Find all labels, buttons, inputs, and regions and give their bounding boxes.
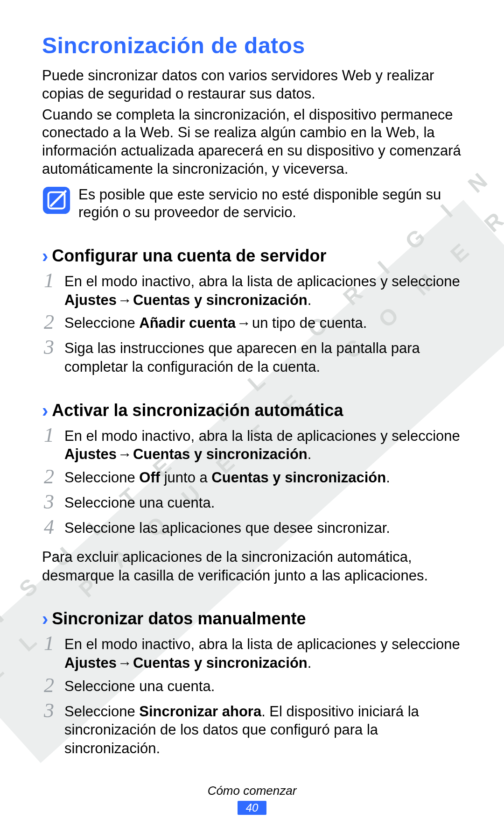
section-heading-configure: › Configurar una cuenta de servidor — [42, 246, 462, 266]
step-text: Siga las instrucciones que aparecen en l… — [64, 339, 462, 376]
step-number: 3 — [42, 337, 56, 358]
step-text: Seleccione Off junto a Cuentas y sincron… — [64, 468, 390, 487]
step-number: 2 — [42, 312, 56, 332]
section-heading-activate: › Activar la sincronización automática — [42, 401, 462, 420]
step-number: 2 — [42, 467, 56, 487]
chevron-right-icon: › — [42, 401, 48, 420]
step-number: 3 — [42, 700, 56, 721]
step: 3 Siga las instrucciones que aparecen en… — [42, 339, 462, 376]
step-number: 1 — [42, 425, 56, 445]
step-number: 2 — [42, 675, 56, 696]
footer: Cómo comenzar 40 — [0, 784, 504, 815]
step-text: En el modo inactivo, abra la lista de ap… — [64, 272, 462, 309]
step-text: Seleccione Sincronizar ahora. El disposi… — [64, 702, 462, 758]
step: 2 Seleccione Añadir cuenta → un tipo de … — [42, 314, 462, 334]
note-icon — [42, 186, 71, 215]
chevron-right-icon: › — [42, 247, 48, 265]
step-text: Seleccione una cuenta. — [64, 494, 215, 512]
step: 4 Seleccione las aplicaciones que desee … — [42, 519, 462, 539]
section-title: Activar la sincronización automática — [52, 401, 343, 420]
step-number: 1 — [42, 270, 56, 291]
step-number: 4 — [42, 517, 56, 537]
note-box: Es posible que este servicio no esté dis… — [42, 186, 462, 222]
step-text: En el modo inactivo, abra la lista de ap… — [64, 635, 462, 672]
page-title: Sincronización de datos — [42, 33, 462, 58]
footer-section-name: Cómo comenzar — [0, 784, 504, 798]
step: 1 En el modo inactivo, abra la lista de … — [42, 272, 462, 309]
step: 1 En el modo inactivo, abra la lista de … — [42, 427, 462, 464]
step: 2 Seleccione Off junto a Cuentas y sincr… — [42, 468, 462, 489]
section-title: Configurar una cuenta de servidor — [52, 246, 326, 266]
section-title: Sincronizar datos manualmente — [52, 609, 306, 629]
note-text: Es posible que este servicio no esté dis… — [78, 186, 462, 222]
step-text: Seleccione las aplicaciones que desee si… — [64, 519, 390, 537]
step: 1 En el modo inactivo, abra la lista de … — [42, 635, 462, 672]
step-text: En el modo inactivo, abra la lista de ap… — [64, 427, 462, 464]
page: C O N S U L T E E L O R I G I N A L E N … — [0, 0, 504, 827]
step-text: Seleccione una cuenta. — [64, 677, 215, 696]
content: Sincronización de datos Puede sincroniza… — [42, 33, 462, 758]
section-heading-manual: › Sincronizar datos manualmente — [42, 609, 462, 629]
intro-paragraph-2: Cuando se completa la sincronización, el… — [42, 106, 462, 178]
step: 3 Seleccione una cuenta. — [42, 494, 462, 514]
step: 3 Seleccione Sincronizar ahora. El dispo… — [42, 702, 462, 758]
step-number: 1 — [42, 633, 56, 654]
intro-paragraph-1: Puede sincronizar datos con varios servi… — [42, 67, 462, 103]
footer-page-number: 40 — [238, 801, 267, 815]
step-number: 3 — [42, 492, 56, 512]
step: 2 Seleccione una cuenta. — [42, 677, 462, 698]
section-note: Para excluir aplicaciones de la sincroni… — [42, 548, 462, 585]
chevron-right-icon: › — [42, 609, 48, 628]
step-text: Seleccione Añadir cuenta → un tipo de cu… — [64, 314, 367, 332]
